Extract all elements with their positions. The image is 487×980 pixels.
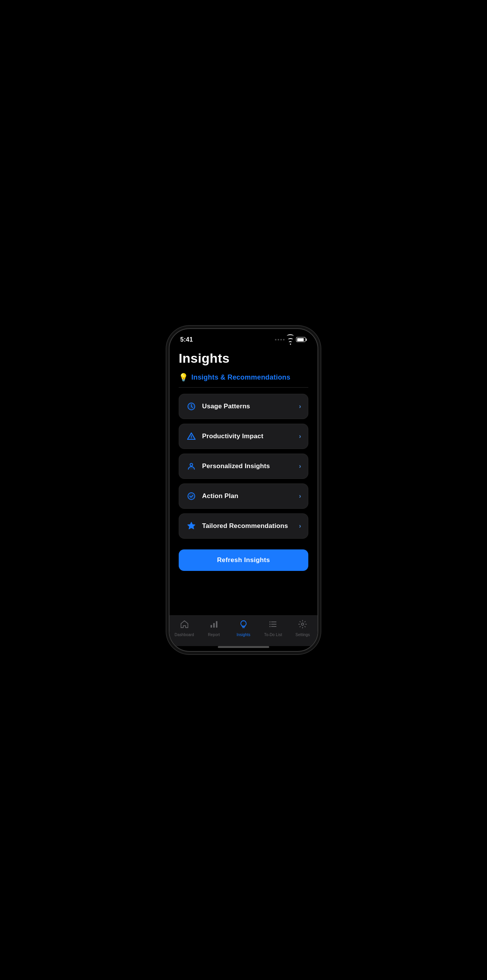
- chevron-right-icon-2: ›: [299, 433, 301, 440]
- person-icon: [186, 461, 197, 472]
- svg-point-5: [188, 493, 195, 500]
- svg-rect-8: [216, 621, 217, 628]
- tab-bar: Dashboard Report: [169, 615, 318, 646]
- signal-dot-3: [280, 339, 282, 340]
- menu-label-personalized-insights: Personalized Insights: [202, 462, 270, 470]
- checkmark-circle-icon: [186, 491, 197, 502]
- status-time: 5:41: [180, 336, 193, 343]
- wifi-icon: [287, 334, 294, 345]
- chevron-right-icon-5: ›: [299, 523, 301, 529]
- chevron-right-icon-4: ›: [299, 493, 301, 500]
- signal-dot-1: [275, 339, 276, 340]
- page-title: Insights: [179, 351, 308, 366]
- signal-dot-2: [278, 339, 279, 340]
- section-header-text: Insights & Recommendations: [191, 373, 290, 381]
- home-indicator: [218, 646, 269, 648]
- menu-label-productivity-impact: Productivity Impact: [202, 432, 263, 440]
- tab-dashboard[interactable]: Dashboard: [169, 620, 199, 637]
- svg-point-3: [191, 438, 192, 439]
- menu-label-tailored-recommendations: Tailored Recommendations: [202, 522, 288, 530]
- tab-label-report: Report: [208, 633, 220, 637]
- section-header: 💡 Insights & Recommendations: [179, 373, 308, 388]
- chevron-right-icon: ›: [299, 403, 301, 410]
- screen-content[interactable]: Insights 💡 Insights & Recommendations: [169, 348, 318, 615]
- tab-label-settings: Settings: [296, 633, 310, 637]
- svg-rect-7: [213, 623, 215, 628]
- menu-item-tailored-recommendations[interactable]: Tailored Recommendations ›: [179, 513, 308, 539]
- tab-todo[interactable]: To-Do List: [258, 620, 288, 637]
- menu-list: Usage Patterns ›: [179, 394, 308, 539]
- tab-label-insights: Insights: [237, 633, 250, 637]
- star-icon: [186, 521, 197, 531]
- lightbulb-tab-icon: [239, 620, 248, 631]
- signal-icon: [275, 339, 285, 340]
- menu-label-action-plan: Action Plan: [202, 492, 239, 500]
- menu-label-usage-patterns: Usage Patterns: [202, 403, 250, 410]
- gear-icon: [298, 620, 307, 631]
- refresh-insights-button[interactable]: Refresh Insights: [179, 549, 308, 571]
- bar-chart-icon: [209, 620, 219, 631]
- home-icon: [180, 620, 189, 631]
- signal-dot-4: [283, 339, 285, 340]
- clock-icon: [186, 401, 197, 412]
- svg-point-15: [301, 623, 304, 625]
- tab-report[interactable]: Report: [199, 620, 229, 637]
- tab-label-todo: To-Do List: [264, 633, 282, 637]
- dynamic-island: [220, 333, 267, 346]
- phone-frame: 5:41: [169, 328, 318, 652]
- svg-rect-6: [211, 625, 212, 628]
- svg-point-12: [270, 622, 271, 623]
- chevron-right-icon-3: ›: [299, 463, 301, 470]
- list-icon: [268, 620, 278, 631]
- tab-insights[interactable]: Insights: [229, 620, 258, 637]
- tab-label-dashboard: Dashboard: [174, 633, 194, 637]
- menu-item-productivity-impact[interactable]: Productivity Impact ›: [179, 424, 308, 449]
- tab-settings[interactable]: Settings: [288, 620, 318, 637]
- lightbulb-icon: 💡: [179, 373, 188, 382]
- warning-icon: [186, 431, 197, 442]
- svg-point-4: [190, 464, 193, 466]
- status-icons: [275, 334, 307, 345]
- phone-screen: 5:41: [169, 329, 318, 651]
- svg-point-14: [270, 626, 271, 627]
- menu-item-personalized-insights[interactable]: Personalized Insights ›: [179, 454, 308, 479]
- menu-item-usage-patterns[interactable]: Usage Patterns ›: [179, 394, 308, 419]
- menu-item-action-plan[interactable]: Action Plan ›: [179, 483, 308, 509]
- battery-icon: [296, 337, 307, 342]
- svg-point-13: [270, 624, 271, 625]
